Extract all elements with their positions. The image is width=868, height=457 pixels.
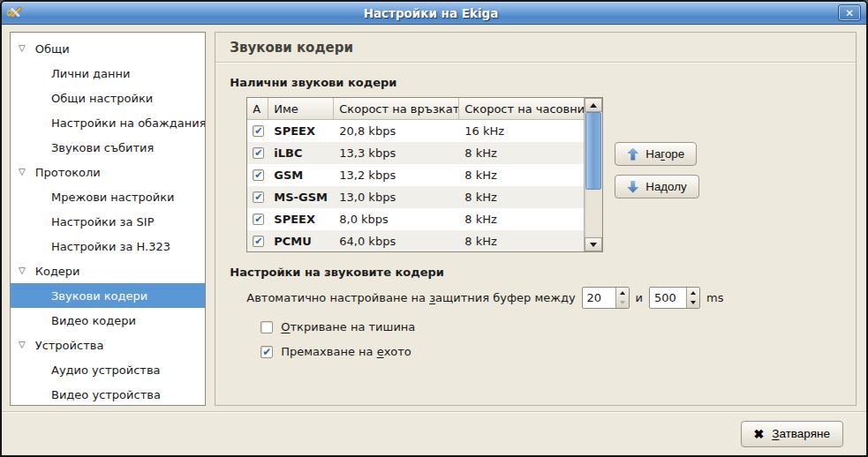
- codec-bitrate: 13,3 kbps: [334, 146, 459, 160]
- table-row[interactable]: ✔MS-GSM13,0 kbps8 kHz: [247, 186, 602, 208]
- jitter-max-spin-buttons[interactable]: [686, 288, 699, 308]
- jitter-min-spin-buttons[interactable]: [615, 288, 629, 308]
- spin-up-icon[interactable]: [687, 288, 699, 298]
- move-up-button[interactable]: Нагоре: [615, 142, 697, 166]
- codec-name: iLBC: [268, 146, 334, 160]
- main-panel: Звукови кодери Налични звукови кодери A …: [215, 32, 857, 406]
- codec-name: PCMU: [268, 235, 334, 248]
- sidebar-item[interactable]: Видео устройства: [11, 382, 205, 406]
- sidebar-item-label: Мрежови настройки: [51, 191, 175, 204]
- sidebar-item-label: Аудио устройства: [51, 363, 161, 377]
- sidebar-item-label: Настройки за SIP: [51, 215, 155, 228]
- spin-up-icon[interactable]: [616, 288, 629, 298]
- close-icon[interactable]: ✕: [838, 4, 861, 21]
- sidebar-item-label: Устройства: [35, 339, 104, 352]
- sidebar-item[interactable]: Настройки за SIP: [11, 209, 205, 234]
- tools-icon: [7, 4, 24, 21]
- footer: ✖ Затваряне: [2, 411, 866, 455]
- table-row[interactable]: ✔iLBC13,3 kbps8 kHz: [247, 142, 602, 164]
- sidebar-item[interactable]: Настройки на обажданията: [11, 110, 205, 135]
- codec-enabled-checkbox[interactable]: ✔: [253, 236, 264, 247]
- codec-enabled-checkbox[interactable]: ✔: [253, 214, 264, 225]
- column-header-clockrate[interactable]: Скорост на часовника: [459, 98, 584, 119]
- sidebar-item[interactable]: Видео кодери: [11, 308, 205, 333]
- column-header-active[interactable]: A: [247, 98, 268, 119]
- scroll-up-button[interactable]: [585, 98, 602, 112]
- title-separator: [215, 62, 856, 63]
- table-row[interactable]: ✔SPEEX20,8 kbps16 kHz: [247, 120, 602, 142]
- silence-detection-checkbox[interactable]: [260, 321, 273, 333]
- sidebar-group[interactable]: ▽Устройства: [11, 333, 205, 357]
- column-header-name[interactable]: Име: [268, 98, 334, 119]
- scroll-down-button[interactable]: [585, 237, 602, 251]
- codec-name: MS-GSM: [268, 191, 334, 204]
- sidebar-item[interactable]: Лични данни: [11, 61, 205, 86]
- codec-name: SPEEX: [268, 124, 334, 138]
- expander-triangle-icon[interactable]: ▽: [19, 44, 26, 53]
- jitter-min-value[interactable]: 20: [583, 288, 615, 308]
- jitter-max-value[interactable]: 500: [650, 288, 686, 308]
- spin-down-icon[interactable]: [616, 298, 629, 309]
- titlebar[interactable]: Настройки на Ekiga ✕: [2, 2, 866, 25]
- close-x-icon: ✖: [754, 427, 765, 441]
- arrow-up-icon: [627, 148, 638, 161]
- column-header-bitrate[interactable]: Скорост на връзката: [334, 98, 459, 119]
- jitter-buffer-label: Автоматично настройване на защитния буфе…: [246, 291, 575, 304]
- sidebar-item[interactable]: Мрежови настройки: [11, 184, 205, 209]
- jitter-conjunction-label: и: [636, 291, 643, 304]
- codec-enabled-checkbox[interactable]: ✔: [253, 169, 264, 181]
- sidebar-item[interactable]: Звукови събития: [11, 135, 205, 160]
- sidebar-item[interactable]: Звукови кодери: [11, 283, 205, 308]
- sidebar-item-label: Звукови кодери: [51, 289, 147, 303]
- sidebar-group[interactable]: ▽Общи: [11, 36, 205, 61]
- sidebar-item-label: Настройки на обажданията: [51, 116, 206, 130]
- echo-cancellation-label: Премахване на ехото: [281, 345, 411, 358]
- sidebar-item-label: Общи: [35, 42, 70, 56]
- codec-bitrate: 20,8 kbps: [334, 124, 459, 138]
- codec-table: A Име Скорост на връзката Скорост на час…: [246, 97, 603, 252]
- sidebar-item-label: Видео кодери: [51, 314, 136, 327]
- codec-enabled-checkbox[interactable]: ✔: [253, 147, 264, 159]
- jitter-max-spinbox[interactable]: 500: [649, 287, 700, 309]
- codec-table-header: A Име Скорост на връзката Скорост на час…: [247, 98, 602, 120]
- codec-enabled-checkbox[interactable]: ✔: [253, 125, 264, 137]
- spin-down-icon[interactable]: [687, 298, 699, 309]
- jitter-unit-label: ms: [706, 291, 723, 304]
- scrollbar-thumb[interactable]: [585, 112, 601, 190]
- codec-clockrate: 16 kHz: [459, 124, 584, 138]
- sidebar-group[interactable]: ▽Протоколи: [11, 160, 205, 184]
- echo-cancellation-checkbox[interactable]: ✔: [260, 346, 273, 358]
- scrollbar-track[interactable]: [585, 112, 602, 237]
- codec-name: SPEEX: [268, 213, 334, 226]
- sidebar-item[interactable]: Настройки за H.323: [11, 234, 205, 258]
- sidebar-item-label: Настройки за H.323: [51, 240, 170, 253]
- codec-clockrate: 8 kHz: [459, 191, 584, 204]
- codec-bitrate: 8,0 kbps: [334, 213, 459, 226]
- scroll-up-arrow-icon: [590, 103, 597, 108]
- arrow-down-icon: [627, 181, 638, 193]
- close-dialog-button[interactable]: ✖ Затваряне: [741, 421, 843, 447]
- silence-detection-label: Откриване на тишина: [281, 320, 415, 333]
- sidebar: ▽ОбщиЛични данниОбщи настройкиНастройки …: [10, 32, 206, 406]
- sidebar-item-label: Видео устройства: [51, 388, 161, 401]
- sidebar-item[interactable]: Общи настройки: [11, 86, 205, 110]
- sidebar-item[interactable]: Аудио устройства: [11, 357, 205, 382]
- codec-clockrate: 8 kHz: [459, 235, 584, 248]
- table-row[interactable]: ✔PCMU64,0 kbps8 kHz: [247, 230, 602, 252]
- codec-clockrate: 8 kHz: [459, 213, 584, 226]
- sidebar-group[interactable]: ▽Кодери: [11, 258, 205, 283]
- window-title: Настройки на Ekiga: [29, 6, 833, 20]
- expander-triangle-icon[interactable]: ▽: [19, 341, 26, 349]
- table-row[interactable]: ✔GSM13,2 kbps8 kHz: [247, 164, 602, 186]
- jitter-min-spinbox[interactable]: 20: [582, 287, 630, 309]
- codec-bitrate: 64,0 kbps: [334, 235, 459, 248]
- expander-triangle-icon[interactable]: ▽: [19, 168, 26, 176]
- page-title: Звукови кодери: [229, 33, 842, 62]
- vertical-scrollbar[interactable]: [584, 98, 602, 251]
- move-down-button[interactable]: Надолу: [615, 175, 698, 199]
- expander-triangle-icon[interactable]: ▽: [19, 266, 26, 275]
- codec-bitrate: 13,0 kbps: [334, 191, 459, 204]
- sidebar-item-label: Общи настройки: [51, 92, 153, 105]
- table-row[interactable]: ✔SPEEX8,0 kbps8 kHz: [247, 208, 602, 230]
- codec-enabled-checkbox[interactable]: ✔: [253, 191, 264, 203]
